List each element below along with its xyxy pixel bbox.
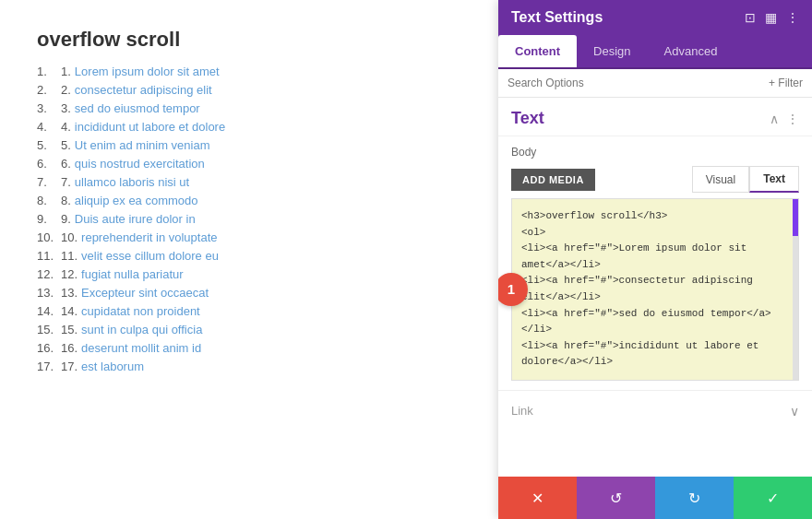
undo-button[interactable]: ↺ xyxy=(577,477,655,519)
link-label: Link xyxy=(511,404,533,418)
content-list: 1.Lorem ipsum dolor sit amet2.consectetu… xyxy=(37,65,461,373)
list-item-link[interactable]: aliquip ex ea commodo xyxy=(75,194,198,207)
list-item-link[interactable]: consectetur adipiscing elit xyxy=(75,83,212,97)
redo-button[interactable]: ↻ xyxy=(655,477,734,519)
editor-wrapper: 1 <h3>overflow scroll</h3><ol><li><a hre… xyxy=(511,198,799,381)
left-content-panel: overflow scroll 1.Lorem ipsum dolor sit … xyxy=(0,0,498,519)
panel-header-icons: ⊡ ▦ ⋮ xyxy=(745,10,799,25)
list-item-link[interactable]: reprehenderit in voluptate xyxy=(81,230,217,244)
editor-content: <h3>overflow scroll</h3><ol><li><a href=… xyxy=(521,208,789,371)
list-item: 15.sunt in culpa qui officia xyxy=(37,323,461,336)
add-media-button[interactable]: ADD MEDIA xyxy=(511,169,595,191)
list-item: 12.fugiat nulla pariatur xyxy=(37,267,461,281)
link-chevron-icon: ∨ xyxy=(790,404,799,419)
list-item-link[interactable]: quis nostrud exercitation xyxy=(75,157,205,171)
list-item-link[interactable]: sed do eiusmod tempor xyxy=(75,101,200,115)
list-item: 5.Ut enim ad minim veniam xyxy=(37,138,461,152)
list-item-link[interactable]: sunt in culpa qui officia xyxy=(81,323,202,336)
tab-bar: Content Design Advanced xyxy=(498,35,812,69)
search-input[interactable] xyxy=(508,77,769,89)
list-item: 1.Lorem ipsum dolor sit amet xyxy=(37,65,461,78)
visual-view-button[interactable]: Visual xyxy=(692,166,749,193)
resize-icon[interactable]: ⊡ xyxy=(745,10,756,25)
body-section: Body ADD MEDIA Visual Text 1 <h3>overflo… xyxy=(498,136,812,390)
list-item: 2.consectetur adipiscing elit xyxy=(37,83,461,97)
list-item-link[interactable]: ullamco laboris nisi ut xyxy=(75,175,189,189)
list-item-link[interactable]: Lorem ipsum dolor sit amet xyxy=(75,65,220,78)
media-toolbar: ADD MEDIA Visual Text xyxy=(511,166,799,193)
scrollbar-thumb xyxy=(793,199,798,236)
list-item: 17.est laborum xyxy=(37,360,461,373)
more-options-icon[interactable]: ⋮ xyxy=(786,10,799,25)
list-item: 9.Duis aute irure dolor in xyxy=(37,212,461,226)
list-item: 7.ullamco laboris nisi ut xyxy=(37,175,461,189)
section-more-icon[interactable]: ⋮ xyxy=(786,112,799,126)
list-item-link[interactable]: cupidatat non proident xyxy=(81,304,200,318)
list-item: 13.Excepteur sint occaecat xyxy=(37,286,461,300)
list-item-link[interactable]: Ut enim ad minim veniam xyxy=(75,138,210,152)
text-view-button[interactable]: Text xyxy=(749,166,799,193)
list-item-link[interactable]: deserunt mollit anim id xyxy=(81,341,201,355)
list-item: 11.velit esse cillum dolore eu xyxy=(37,249,461,263)
list-item-link[interactable]: velit esse cillum dolore eu xyxy=(81,249,219,263)
list-item: 4.incididunt ut labore et dolore xyxy=(37,120,461,134)
view-toggle: Visual Text xyxy=(692,166,799,193)
filter-button[interactable]: + Filter xyxy=(769,77,803,89)
section-controls: ∧ ⋮ xyxy=(770,112,799,126)
tab-design[interactable]: Design xyxy=(577,35,647,67)
collapse-icon[interactable]: ∧ xyxy=(770,112,779,126)
section-title: Text xyxy=(511,109,544,128)
cancel-button[interactable]: ✕ xyxy=(498,477,577,519)
action-bar: ✕ ↺ ↻ ✓ xyxy=(498,477,812,519)
panel-content: Text ∧ ⋮ Body ADD MEDIA Visual Text 1 xyxy=(498,98,812,477)
list-item: 6.quis nostrud exercitation xyxy=(37,157,461,171)
scrollbar[interactable] xyxy=(793,199,798,380)
list-item-link[interactable]: incididunt ut labore et dolore xyxy=(75,120,225,134)
tab-content[interactable]: Content xyxy=(498,35,577,67)
list-item-link[interactable]: Excepteur sint occaecat xyxy=(81,286,209,300)
settings-panel: Text Settings ⊡ ▦ ⋮ Content Design Advan… xyxy=(498,0,812,519)
link-section[interactable]: Link ∨ xyxy=(498,390,812,431)
save-button[interactable]: ✓ xyxy=(734,477,812,519)
list-item-link[interactable]: Duis aute irure dolor in xyxy=(75,212,196,226)
list-item: 16.deserunt mollit anim id xyxy=(37,341,461,355)
list-item-link[interactable]: fugiat nulla pariatur xyxy=(81,267,184,281)
panel-header: Text Settings ⊡ ▦ ⋮ xyxy=(498,0,812,35)
list-item: 8.aliquip ex ea commodo xyxy=(37,194,461,207)
panel-title: Text Settings xyxy=(511,9,603,26)
text-section-header: Text ∧ ⋮ xyxy=(498,98,812,136)
list-item: 14.cupidatat non proident xyxy=(37,304,461,318)
list-item-link[interactable]: est laborum xyxy=(81,360,144,373)
text-editor[interactable]: <h3>overflow scroll</h3><ol><li><a href=… xyxy=(511,198,799,381)
tab-advanced[interactable]: Advanced xyxy=(648,35,734,67)
layout-icon[interactable]: ▦ xyxy=(765,10,777,25)
list-item: 10.reprehenderit in voluptate xyxy=(37,230,461,244)
page-heading: overflow scroll xyxy=(37,28,461,52)
body-label: Body xyxy=(511,146,799,159)
search-bar: + Filter xyxy=(498,69,812,98)
list-item: 3.sed do eiusmod tempor xyxy=(37,101,461,115)
